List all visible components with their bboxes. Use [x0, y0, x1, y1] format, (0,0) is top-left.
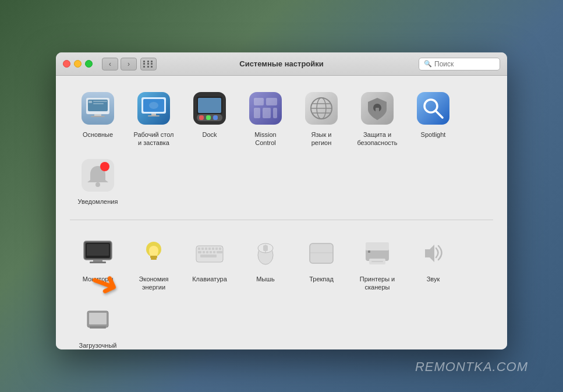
maximize-button[interactable]	[85, 60, 93, 68]
notifications-icon	[79, 157, 116, 194]
svg-rect-59	[215, 248, 218, 250]
svg-rect-6	[93, 101, 107, 102]
pref-energy[interactable]: Экономияэнергии	[126, 229, 182, 296]
boot-label: Загрузочныйдиск	[79, 341, 117, 349]
svg-point-40	[95, 182, 100, 187]
section-hardware: Мониторы Экономияэнергии	[70, 229, 493, 349]
spotlight-icon	[415, 90, 452, 127]
svg-rect-12	[148, 115, 160, 116]
spotlight-label: Spotlight	[421, 130, 446, 139]
mission-label: MissionControl	[254, 130, 276, 147]
pref-trackpad[interactable]: Трекпад	[293, 229, 349, 296]
nav-buttons: ‹ ›	[102, 58, 137, 70]
keyboard-label: Клавиатура	[192, 275, 227, 283]
svg-rect-62	[203, 251, 205, 253]
svg-rect-45	[93, 260, 102, 262]
search-icon: 🔍	[424, 60, 432, 68]
mouse-icon	[247, 234, 284, 271]
desktop-icon	[135, 90, 172, 127]
monitors-label: Мониторы	[83, 275, 114, 283]
svg-rect-78	[368, 250, 370, 253]
svg-rect-63	[206, 251, 208, 253]
traffic-lights	[63, 60, 93, 68]
window-title: Системные настройки	[239, 59, 324, 68]
svg-rect-26	[273, 108, 277, 118]
dock-icon	[191, 90, 228, 127]
osnov-label: Основные	[83, 130, 113, 139]
svg-rect-55	[201, 248, 204, 250]
pref-printers[interactable]: Принтеры исканеры	[349, 229, 405, 296]
svg-rect-22	[254, 98, 264, 105]
svg-rect-81	[371, 261, 383, 262]
pref-dock[interactable]: Dock	[182, 85, 238, 152]
pref-monitors[interactable]: Мониторы	[70, 229, 126, 296]
pref-keyboard[interactable]: Клавиатура	[182, 229, 238, 296]
svg-rect-3	[94, 114, 101, 116]
pref-security[interactable]: Защита ибезопасность	[349, 85, 405, 152]
pref-boot[interactable]: Загрузочныйдиск	[70, 296, 126, 349]
mission-icon	[247, 90, 284, 127]
title-bar: ‹ › Системные настройки 🔍	[56, 52, 507, 76]
svg-rect-64	[210, 251, 212, 253]
osnov-icon	[79, 90, 116, 127]
close-button[interactable]	[63, 60, 70, 68]
search-box[interactable]: 🔍	[419, 58, 500, 70]
svg-rect-46	[90, 262, 106, 263]
pref-mouse[interactable]: Мышь	[238, 229, 293, 296]
pref-desktop[interactable]: Рабочий столи заставка	[126, 85, 182, 152]
boot-icon	[79, 301, 116, 338]
section-personal: Основные Рабочий столи заставка	[70, 85, 493, 220]
trackpad-label: Трекпад	[309, 275, 334, 283]
svg-rect-18	[199, 115, 204, 120]
trackpad-icon	[303, 234, 340, 271]
svg-rect-79	[366, 242, 389, 250]
search-input[interactable]	[434, 60, 495, 68]
back-button[interactable]: ‹	[102, 58, 118, 70]
sound-icon	[415, 234, 452, 271]
svg-rect-74	[310, 243, 333, 263]
system-preferences-window: ‹ › Системные настройки 🔍	[56, 52, 507, 349]
minimize-button[interactable]	[74, 60, 82, 68]
svg-rect-47	[87, 244, 109, 256]
mouse-label: Мышь	[256, 275, 275, 283]
language-label: Язык ирегион	[311, 130, 332, 147]
svg-rect-24	[254, 108, 260, 118]
svg-rect-19	[206, 115, 211, 120]
svg-rect-16	[198, 98, 221, 113]
printers-label: Принтеры исканеры	[360, 275, 395, 292]
svg-rect-5	[88, 101, 92, 103]
energy-label: Экономияэнергии	[139, 275, 169, 292]
notifications-label: Уведомления	[78, 197, 118, 206]
svg-rect-57	[208, 248, 211, 250]
svg-rect-4	[91, 116, 105, 117]
monitors-icon	[79, 234, 116, 271]
security-label: Защита ибезопасность	[357, 130, 397, 147]
svg-rect-72	[263, 245, 268, 251]
pref-sound[interactable]: Звук	[405, 229, 461, 296]
dock-label: Dock	[202, 130, 217, 139]
security-icon	[359, 90, 396, 127]
svg-rect-56	[205, 248, 207, 250]
pref-osnov[interactable]: Основные	[70, 85, 126, 152]
svg-rect-89	[90, 326, 106, 329]
desktop-label: Рабочий столи заставка	[133, 130, 173, 147]
svg-rect-50	[150, 256, 157, 258]
svg-rect-20	[213, 115, 218, 120]
pref-notifications[interactable]: Уведомления	[70, 152, 126, 210]
keyboard-icon	[191, 234, 228, 271]
svg-rect-11	[151, 114, 156, 115]
svg-rect-60	[219, 248, 221, 250]
svg-rect-67	[200, 255, 217, 257]
pref-spotlight[interactable]: Spotlight	[405, 85, 461, 152]
svg-point-41	[100, 162, 109, 171]
pref-mission[interactable]: MissionControl	[238, 85, 293, 152]
pref-language[interactable]: Язык ирегион	[293, 85, 349, 152]
svg-rect-35	[376, 108, 379, 112]
svg-rect-86	[89, 313, 107, 324]
svg-rect-7	[93, 103, 104, 104]
forward-button[interactable]: ›	[121, 58, 137, 70]
grid-view-button[interactable]	[140, 58, 157, 70]
energy-icon	[135, 234, 172, 271]
svg-rect-61	[198, 251, 201, 253]
svg-rect-58	[212, 248, 214, 250]
